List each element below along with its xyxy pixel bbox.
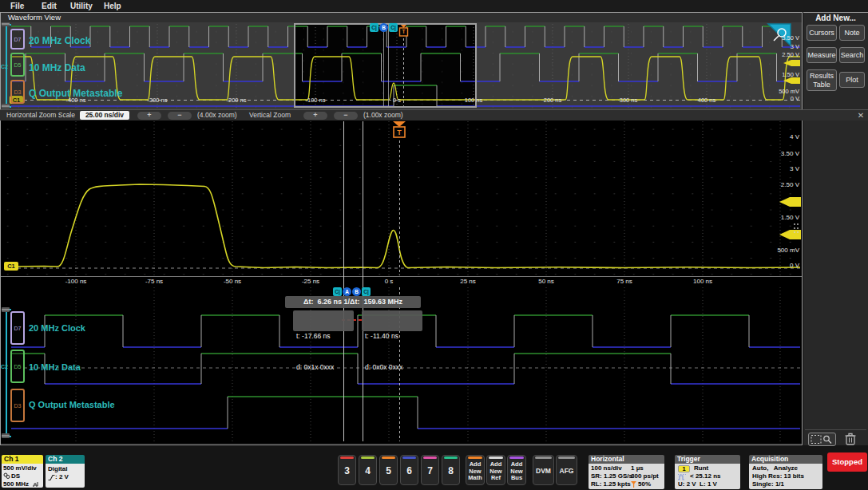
acq-resolution: High Res: 13 bits: [752, 472, 804, 480]
hzoom-factor: (4.00x zoom): [197, 110, 237, 121]
add-search-button[interactable]: Search: [839, 47, 865, 63]
cursor-a-data: d: 0x1x 0xxx: [296, 362, 354, 373]
acquisition-badge[interactable]: Acquisition Auto, Analyze High Res: 13 b…: [749, 455, 822, 489]
trash-icon[interactable]: [843, 431, 858, 447]
h-record-length: RL: 1.25 kpts: [591, 480, 631, 488]
cursor-chip-Cbar-bot0[interactable]: C|: [333, 287, 342, 296]
ch2-title: Ch 2: [46, 455, 85, 464]
cursor-chip-B-bot2[interactable]: B: [352, 287, 361, 296]
trigger-marker-label[interactable]: T: [394, 128, 405, 138]
digital-channel-label-D7: 20 MHz Clock: [29, 323, 85, 333]
group-grip-3[interactable]: [2, 433, 10, 438]
cursor-a-readout[interactable]: t: -17.66 ns d: 0x1x 0xxx: [293, 310, 354, 331]
add-new-header: Add New...: [803, 14, 868, 24]
overview-y-tick: 1.50 V: [751, 71, 799, 78]
trigger-condition: < 25.12 ns: [690, 472, 720, 480]
digital-channel-badge-D7[interactable]: D7: [10, 311, 25, 345]
digital-channel-label-D3: Q Output Metastable: [29, 400, 115, 409]
ch1-scale: 500 mV/div: [3, 464, 37, 472]
cursor-chip-Cbar-top2[interactable]: C|: [389, 23, 398, 32]
acq-sequence: Single: 1/1: [752, 480, 784, 488]
ch1-badge[interactable]: Ch 1 500 mV/div DS 500 MHz: [2, 455, 43, 488]
bandwidth-icon: [33, 481, 39, 488]
add-stripe-1: [489, 456, 503, 459]
add-cursors-button[interactable]: Cursors: [807, 25, 837, 41]
overview-ch2-group-label[interactable]: C2: [1, 64, 8, 69]
cursor-chip-B-top1[interactable]: B: [379, 23, 388, 32]
digital-channel-badge-D5[interactable]: D5: [10, 350, 25, 383]
digital-ch2-group-label[interactable]: C2: [1, 364, 8, 369]
menu-bar: File Edit Utility Help: [0, 0, 868, 12]
cursor-b-readout[interactable]: t: -11.40 ns d: 0x0x 0xxx: [362, 310, 422, 331]
channel-6-button[interactable]: 6: [400, 455, 418, 485]
main-y-tick: 3.50 V: [751, 150, 799, 157]
main-x-tick: 100 ns: [679, 278, 727, 285]
channel-6-stripe: [402, 456, 416, 459]
add-plot-button[interactable]: Plot: [839, 72, 865, 88]
channel-5-stripe: [382, 456, 395, 459]
add-new-bus-button[interactable]: Add New Bus: [507, 455, 526, 485]
ch2-badge[interactable]: Ch 2 Digital : 2 V: [46, 455, 85, 488]
main-zoom-waveform-panel[interactable]: [1, 121, 802, 276]
add-new-ref-button[interactable]: Add New Ref: [486, 455, 505, 485]
overview-channel-badge-D3[interactable]: D3: [10, 80, 25, 104]
cursor-chip-A-bot1[interactable]: A: [343, 287, 351, 296]
main-x-tick: 75 ns: [600, 278, 648, 285]
runt-pulse-icon: [678, 473, 688, 480]
overview-x-tick: 100 ns: [450, 97, 497, 104]
cursor-b-data: d: 0x0x 0xxx: [365, 362, 422, 373]
add-stripe-2: [509, 456, 524, 459]
acquisition-title: Acquisition: [749, 455, 822, 464]
trigger-type: Runt: [694, 464, 708, 472]
main-y-tick: 500 mV: [751, 247, 799, 254]
add-note-button[interactable]: Note: [839, 25, 865, 41]
waveform-view-title: Waveform View: [8, 13, 61, 22]
channel-5-button[interactable]: 5: [379, 455, 398, 485]
vzoom-minus-button[interactable]: −: [334, 112, 358, 120]
ch1-bandwidth: 500 MHz: [3, 480, 29, 488]
add-measure-button[interactable]: Measure: [807, 47, 837, 63]
overview-x-tick: 0 s: [373, 97, 421, 104]
menu-help[interactable]: Help: [104, 1, 121, 11]
channel-8-stripe: [444, 456, 458, 459]
channel-8-button[interactable]: 8: [442, 455, 460, 485]
channel-7-button[interactable]: 7: [421, 455, 439, 485]
menu-utility[interactable]: Utility: [70, 1, 93, 11]
trigger-badge[interactable]: Trigger 1 Runt < 25.12 ns U: 2 V L: 1 V: [675, 455, 740, 489]
zoom-window-frame[interactable]: [294, 23, 477, 108]
overview-channel-badge-D5[interactable]: D5: [10, 53, 25, 77]
dvm-button[interactable]: DVM: [533, 455, 554, 485]
close-icon[interactable]: ✕: [855, 111, 866, 121]
overview-trigger-marker-label[interactable]: T: [399, 28, 408, 36]
menu-file[interactable]: File: [10, 1, 24, 11]
hzoom-minus-button[interactable]: −: [168, 112, 192, 120]
zoom-mode-button[interactable]: [808, 433, 836, 446]
ch1-probe: DS: [11, 472, 20, 480]
add-stripe-0: [468, 456, 482, 459]
afg-button[interactable]: AFG: [556, 455, 577, 485]
add-new-math-button[interactable]: Add New Math: [466, 455, 485, 485]
zoom-box-icon: [809, 433, 835, 445]
vzoom-plus-button[interactable]: +: [303, 112, 327, 120]
group-grip-2[interactable]: [2, 307, 10, 312]
horizontal-badge[interactable]: Horizontal 100 ns/div 1 µs SR: 1.25 GS/s…: [589, 455, 664, 489]
menu-edit[interactable]: Edit: [42, 1, 57, 11]
stopped-status-button[interactable]: Stopped: [827, 452, 867, 472]
channel-3-button[interactable]: 3: [338, 455, 356, 485]
cursor-chip-Cbar-bot3[interactable]: C|: [362, 287, 371, 296]
main-x-tick: 25 ns: [444, 278, 492, 285]
overview-y-tick: 3 V: [751, 43, 799, 50]
cursor-chip-Cbar-top0[interactable]: C|: [370, 23, 379, 32]
hzoom-scale-input[interactable]: 25.00 ns/div: [80, 111, 129, 120]
zoom-toolbar: Horizontal Zoom Scale 25.00 ns/div + − (…: [0, 109, 868, 121]
overview-channel-badge-D7[interactable]: D7: [10, 29, 25, 49]
add-results-table-button[interactable]: Results Table: [807, 69, 837, 91]
main-x-tick: -75 ns: [130, 278, 178, 285]
main-ch1-handle[interactable]: C1: [4, 262, 18, 271]
overview-x-tick: -100 ns: [291, 97, 339, 104]
group-grip-1[interactable]: [2, 104, 10, 109]
channel-4-button[interactable]: 4: [359, 455, 377, 485]
digital-channel-badge-D3[interactable]: D3: [10, 389, 25, 422]
delta-t-readout[interactable]: Δt: 6.26 ns 1/Δt: 159.63 MHz: [285, 296, 421, 308]
hzoom-plus-button[interactable]: +: [137, 112, 161, 120]
